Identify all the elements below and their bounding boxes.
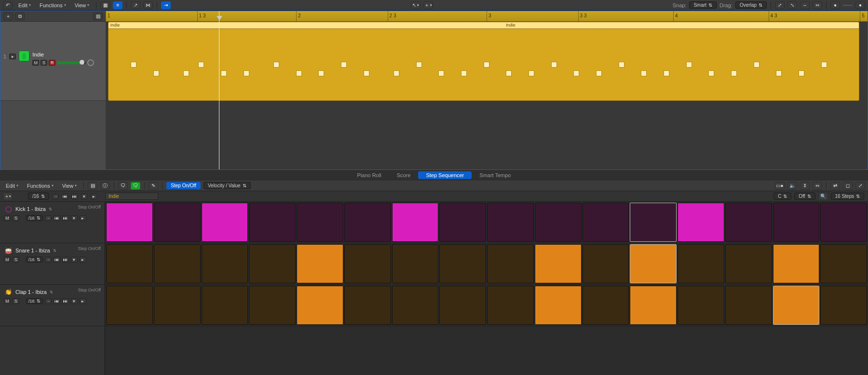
step-cell[interactable] [678, 244, 724, 283]
step-cell[interactable] [344, 286, 391, 325]
seq-functions-menu[interactable]: Functions▾ [24, 183, 56, 189]
step-cell[interactable] [773, 286, 820, 325]
seq-region-name[interactable]: Indie [105, 193, 158, 200]
ruler-tick[interactable]: 4 3 [769, 11, 777, 21]
row-dir-icon[interactable]: → [45, 298, 52, 304]
seq-steps-select[interactable]: 16 Steps⇅ [831, 193, 864, 200]
vzoom-out-icon[interactable]: ⤢ [775, 1, 785, 9]
seq-link-icon[interactable]: ⇄ [830, 182, 840, 190]
ruler-tick[interactable]: 1 [106, 11, 110, 21]
row-d-icon[interactable]: ▸ [80, 215, 86, 221]
midi-note[interactable] [641, 70, 647, 76]
step-cell[interactable] [249, 203, 296, 242]
step-cell[interactable] [630, 286, 677, 325]
seq-scale-select[interactable]: Off⇅ [794, 193, 815, 200]
seq-midi-in-icon[interactable]: 🗨 [131, 182, 140, 190]
midi-note[interactable] [461, 70, 467, 76]
midi-note[interactable] [506, 70, 512, 76]
step-cell[interactable] [820, 244, 867, 283]
midi-note[interactable] [198, 62, 204, 68]
seq-sub-a-icon[interactable]: ⏮ [62, 194, 68, 199]
midi-note[interactable] [754, 62, 760, 68]
step-cell[interactable] [630, 203, 677, 242]
row-b-icon[interactable]: ⏭ [62, 298, 69, 304]
hzoom-in-icon[interactable]: ⇔ [813, 1, 822, 9]
midi-note[interactable] [318, 70, 324, 76]
ruler-tick[interactable]: 5 [860, 11, 865, 21]
snap-select[interactable]: Smart⇅ [689, 1, 717, 9]
vzoom-in-icon[interactable]: ⤡ [787, 1, 797, 9]
midi-note[interactable] [183, 70, 189, 76]
row-dir-icon[interactable]: → [45, 257, 52, 263]
midi-note[interactable] [221, 70, 227, 76]
midi-note[interactable] [776, 70, 782, 76]
step-cell[interactable] [630, 244, 677, 283]
step-cell[interactable] [297, 244, 343, 283]
step-cell[interactable] [392, 286, 439, 325]
row-b-icon[interactable]: ⏭ [62, 257, 69, 263]
catch-playhead-icon[interactable]: ⇥ [161, 1, 171, 9]
track-instrument-icon[interactable]: ▒ [19, 51, 29, 61]
row-b-icon[interactable]: ⏭ [62, 215, 69, 221]
seq-brush-icon[interactable]: ✎ [149, 182, 158, 190]
seq-row-header[interactable]: 👏Clap 1 - Ibiza⇅Step On/OffMS/16 ⇅→⏮⏭▾▸ [0, 285, 105, 326]
seq-hzoom-icon[interactable]: ⇔ [813, 182, 822, 190]
step-cell[interactable] [820, 286, 867, 325]
step-cell[interactable] [154, 203, 201, 242]
grid-icon[interactable]: ▦ [100, 1, 110, 9]
tab-piano-roll[interactable]: Piano Roll [350, 171, 389, 179]
midi-note[interactable] [664, 70, 669, 76]
mode-step-onoff[interactable]: Step On/Off [166, 182, 201, 189]
step-cell[interactable] [725, 286, 772, 325]
step-cell[interactable] [202, 244, 248, 283]
row-mute-button[interactable]: M [4, 257, 11, 263]
zoom-slider-a[interactable]: ● [830, 1, 840, 9]
seq-sub-d-icon[interactable]: ▸ [91, 194, 97, 199]
track-row[interactable]: 1 ▸ ▒ Indie M S R [0, 22, 106, 101]
midi-note[interactable] [573, 70, 579, 76]
step-cell[interactable] [439, 244, 486, 283]
arrange-workspace[interactable]: 11 322 333 344 35 Indie Indie [106, 11, 868, 169]
zoom-slider-b[interactable]: ● [855, 1, 865, 9]
ruler-tick[interactable]: 3 3 [578, 11, 587, 21]
mute-button[interactable]: M [32, 60, 39, 66]
step-cell[interactable] [535, 286, 582, 325]
midi-note[interactable] [131, 62, 136, 68]
ruler-tick[interactable]: 2 [296, 11, 301, 21]
step-cell[interactable] [725, 203, 772, 242]
step-cell[interactable] [344, 244, 391, 283]
midi-note[interactable] [244, 70, 249, 76]
seq-vzoom-icon[interactable]: ⇕ [800, 182, 810, 190]
volume-slider[interactable] [57, 61, 86, 64]
midi-note[interactable] [821, 62, 827, 68]
ruler-tick[interactable]: 2 3 [388, 11, 396, 21]
row-dir-icon[interactable]: → [45, 215, 52, 221]
row-solo-button[interactable]: S [13, 215, 19, 221]
seq-preview-icon[interactable]: 🗨 [118, 182, 128, 190]
step-cell[interactable] [297, 286, 343, 325]
ruler-tick[interactable]: 3 [487, 11, 491, 21]
seq-loop-fwd-icon[interactable]: → [52, 194, 59, 199]
step-cell[interactable] [535, 203, 582, 242]
step-cell[interactable] [392, 203, 439, 242]
step-cell[interactable] [535, 244, 582, 283]
step-cell[interactable] [487, 244, 534, 283]
seq-mono-icon[interactable]: ▭● [775, 182, 785, 190]
functions-menu[interactable]: Functions▾ [37, 2, 69, 8]
row-solo-button[interactable]: S [13, 298, 19, 304]
step-cell[interactable] [439, 203, 486, 242]
marquee-tool-icon[interactable]: ＋▾ [423, 1, 433, 9]
midi-note[interactable] [731, 70, 737, 76]
midi-note[interactable] [438, 70, 444, 76]
step-cell[interactable] [106, 203, 153, 242]
step-cell[interactable] [487, 203, 534, 242]
step-cell[interactable] [725, 244, 772, 283]
midi-note[interactable] [708, 70, 714, 76]
seq-info-icon[interactable]: ⓘ [100, 182, 110, 190]
row-rate-select[interactable]: /16 ⇅ [26, 257, 43, 263]
seq-edit-menu[interactable]: Edit▾ [3, 183, 21, 189]
hzoom-out-icon[interactable]: ↔ [800, 1, 810, 9]
seq-inspector-icon[interactable]: ▤ [88, 182, 97, 190]
track-header-config-icon[interactable]: ▤ [93, 13, 103, 20]
ruler-tick[interactable]: 1 3 [197, 11, 206, 21]
